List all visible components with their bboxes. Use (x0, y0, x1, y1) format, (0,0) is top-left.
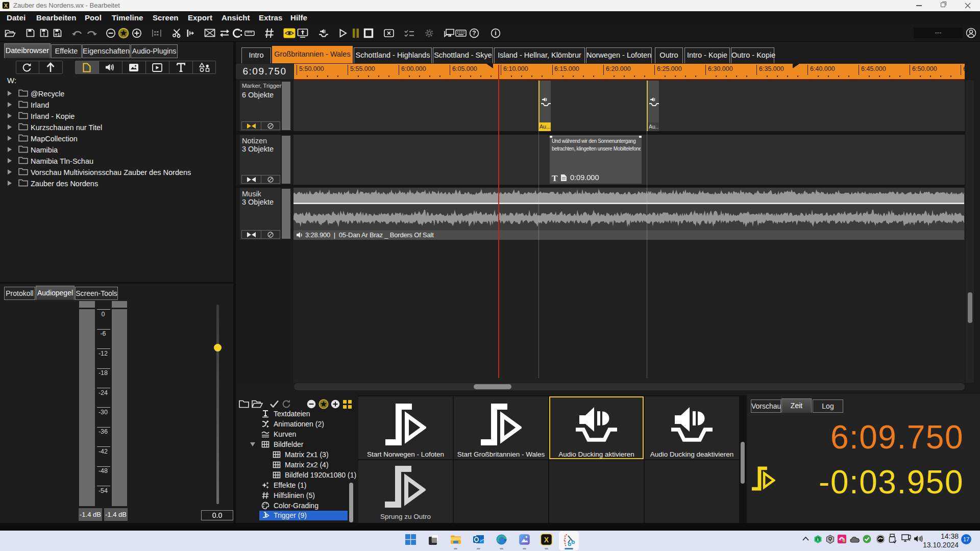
svg-text:i: i (495, 30, 496, 37)
svg-text:?: ? (472, 30, 476, 37)
svg-text:k: k (817, 537, 819, 542)
svg-text:X: X (544, 536, 549, 544)
svg-text:I: I (43, 32, 45, 37)
svg-text:+1: +1 (55, 32, 60, 37)
